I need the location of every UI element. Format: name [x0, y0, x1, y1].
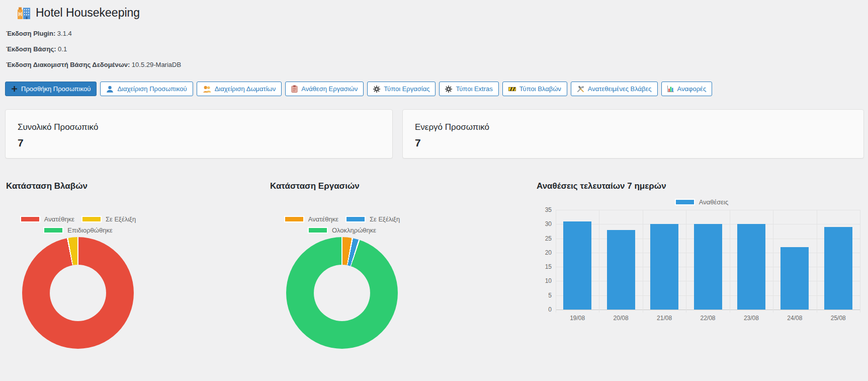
gridline-v	[599, 210, 599, 313]
chart-canvas: ΑνατέθηκεΣε ΕξέλιξηΟλοκληρώθηκε	[269, 215, 415, 349]
button-label: Αναφορές	[677, 85, 707, 93]
bar	[780, 247, 809, 310]
legend-item: Σε Εξέλιξη	[345, 215, 400, 223]
version-line: Έκδοση Βάσης: 0.1	[6, 45, 864, 53]
button-label: Διαχείριση Προσωπικού	[117, 85, 187, 93]
legend-swatch	[20, 216, 40, 222]
manage-staff-button[interactable]: Διαχείριση Προσωπικού	[100, 82, 193, 96]
y-axis-tick-label: 0	[534, 306, 552, 313]
chart-title: Κατάσταση Εργασιών	[270, 181, 536, 191]
legend-label: Ανατέθηκε	[308, 215, 338, 223]
gridline-v	[730, 210, 730, 313]
y-axis-tick-label: 20	[534, 249, 552, 256]
legend-item: Ανατέθηκε	[284, 215, 338, 223]
add-staff-button[interactable]: Προσθήκη Προσωπικού	[5, 82, 97, 96]
legend-swatch	[43, 227, 63, 234]
button-label: Τύποι Βλαβών	[519, 85, 561, 93]
legend-swatch	[345, 216, 366, 222]
gridline-v	[860, 210, 860, 313]
button-label: Διαχείριση Δωματίων	[215, 85, 276, 93]
legend-swatch	[675, 199, 695, 205]
stat-card-title: Ενεργό Προσωπικό	[415, 122, 851, 132]
bar	[694, 224, 722, 310]
version-label: Έκδοση Βάσης:	[6, 45, 56, 53]
stat-card: Ενεργό Προσωπικό7	[402, 109, 864, 159]
button-label: Τύποι Εργασίας	[384, 85, 429, 93]
gridline-v	[556, 210, 556, 313]
button-label: Ανάθεση Εργασιών	[301, 85, 358, 93]
y-axis-tick-label: 10	[534, 277, 552, 284]
legend-item: Σε Εξέλιξη	[81, 215, 136, 223]
legend-item: Αναθέσεις	[675, 198, 728, 206]
legend-swatch	[284, 216, 304, 222]
doughnut-chart	[22, 237, 134, 349]
legend-label: Επιδιορθώθηκε	[67, 226, 112, 234]
chart-legend: ΑνατέθηκεΣε ΕξέλιξηΟλοκληρώθηκε	[269, 215, 415, 234]
gridline-h	[556, 310, 860, 310]
bar	[737, 224, 765, 310]
extras-types-button[interactable]: Τύποι Extras	[439, 82, 498, 96]
chart-panel-1: Κατάσταση ΒλαβώνΑνατέθηκεΣε ΕξέλιξηΕπιδι…	[5, 181, 269, 349]
charts-row: Κατάσταση ΒλαβώνΑνατέθηκεΣε ΕξέλιξηΕπιδι…	[5, 181, 864, 349]
y-axis-tick-label: 30	[534, 220, 552, 227]
stat-card: Συνολικό Προσωπικό7	[5, 109, 393, 159]
gridline-v	[773, 210, 773, 313]
legend-label: Σε Εξέλιξη	[106, 215, 136, 223]
plus-icon	[11, 86, 18, 92]
legend-item: Επιδιορθώθηκε	[43, 226, 112, 234]
assign-tasks-button[interactable]: Ανάθεση Εργασιών	[285, 82, 364, 96]
legend-label: Ανατέθηκε	[44, 215, 74, 223]
chart-panel-2: Κατάσταση ΕργασιώνΑνατέθηκεΣε ΕξέλιξηΟλο…	[269, 181, 536, 349]
gridline-v	[686, 210, 686, 313]
assigned-faults-button[interactable]: Ανατεθειμένες Βλάβες	[571, 82, 658, 96]
fault-types-button[interactable]: Τύποι Βλαβών	[502, 82, 567, 96]
page-title-text: Hotel Housekeeping	[36, 6, 140, 20]
version-label: Έκδοση Διακομιστή Βάσης Δεδομένων:	[6, 61, 130, 68]
hotel-icon: H	[17, 7, 31, 20]
x-axis-tick-label: 21/08	[643, 315, 686, 322]
person-icon	[106, 86, 114, 93]
legend-item: Ολοκληρώθηκε	[308, 226, 376, 234]
legend-swatch	[81, 216, 102, 222]
y-axis-tick-label: 5	[534, 292, 552, 299]
manage-rooms-button[interactable]: Διαχείριση Δωματίων	[197, 82, 282, 96]
chart-icon	[667, 86, 674, 92]
chart-canvas: Αναθέσεις0510152025303519/0820/0821/0822…	[536, 198, 867, 310]
version-line: Έκδοση Διακομιστή Βάσης Δεδομένων: 10.5.…	[6, 61, 864, 68]
button-label: Τύποι Extras	[456, 85, 492, 93]
version-line: Έκδοση Plugin: 3.1.4	[6, 30, 864, 37]
task-types-button[interactable]: Τύποι Εργασίας	[367, 82, 436, 96]
stat-card-title: Συνολικό Προσωπικό	[18, 122, 380, 132]
people-icon	[203, 86, 211, 93]
dashboard-page: H Hotel Housekeeping Έκδοση Plugin: 3.1.…	[0, 0, 868, 349]
x-axis-tick-label: 19/08	[556, 315, 599, 322]
button-label: Ανατεθειμένες Βλάβες	[588, 85, 652, 93]
x-axis-tick-label: 23/08	[730, 315, 773, 322]
svg-text:H: H	[18, 12, 22, 17]
legend-swatch	[308, 227, 328, 234]
clipboard-icon	[291, 85, 298, 93]
doughnut-chart	[286, 237, 398, 349]
x-axis-tick-label: 20/08	[599, 315, 642, 322]
gridline-v	[817, 210, 817, 313]
y-axis-tick-label: 35	[534, 206, 552, 213]
legend-item: Ανατέθηκε	[20, 215, 74, 223]
chart-legend: ΑνατέθηκεΣε ΕξέλιξηΕπιδιορθώθηκε	[5, 215, 151, 234]
bar	[563, 221, 591, 310]
x-axis-tick-label: 25/08	[817, 315, 860, 322]
button-label: Προσθήκη Προσωπικού	[21, 85, 91, 93]
reports-button[interactable]: Αναφορές	[661, 82, 713, 96]
version-label: Έκδοση Plugin:	[6, 30, 55, 37]
chart-title: Κατάσταση Βλαβών	[6, 181, 269, 191]
hazard-icon	[508, 86, 516, 92]
toolbar: Προσθήκη ΠροσωπικούΔιαχείριση Προσωπικού…	[5, 82, 864, 96]
tools-icon	[577, 86, 584, 93]
legend-label: Αναθέσεις	[699, 198, 728, 206]
stat-card-value: 7	[18, 137, 380, 149]
chart-panel-3: Αναθέσεις τελευταίων 7 ημερώνΑναθέσεις05…	[536, 181, 867, 349]
bar-plot: 0510152025303519/0820/0821/0822/0823/082…	[556, 210, 860, 310]
legend-label: Ολοκληρώθηκε	[332, 226, 376, 234]
y-axis-tick-label: 25	[534, 235, 552, 242]
chart-canvas: ΑνατέθηκεΣε ΕξέλιξηΕπιδιορθώθηκε	[5, 215, 151, 349]
gridline-h	[556, 210, 860, 210]
